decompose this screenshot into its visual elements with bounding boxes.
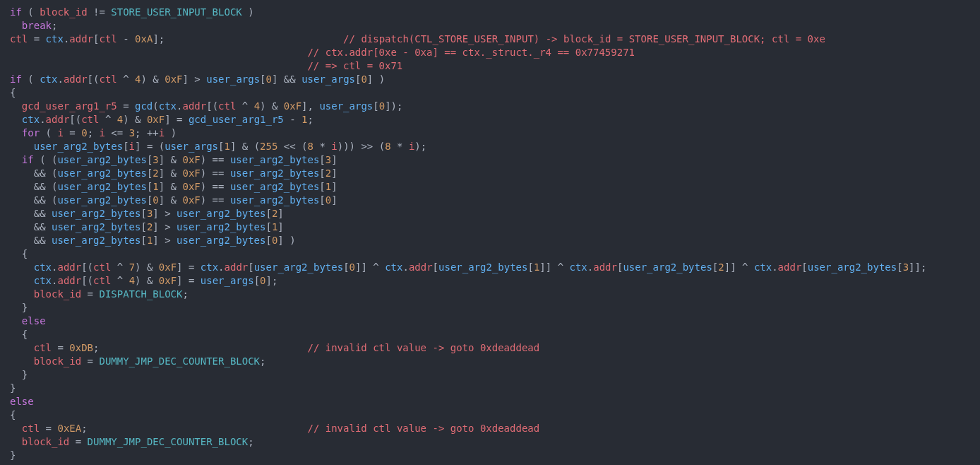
token-op: [(: [69, 114, 81, 125]
token-op: {: [10, 409, 16, 420]
token-op: ] >: [153, 221, 177, 232]
token-num: 4: [129, 275, 135, 286]
token-op: }: [22, 369, 28, 380]
token-op: ^: [99, 114, 116, 125]
code-line: else: [10, 314, 970, 328]
token-num: 4: [254, 100, 260, 112]
token-op: }: [10, 382, 16, 394]
token-id: ctl: [34, 342, 52, 353]
token-op: ],: [301, 100, 319, 112]
token-op: ]: [331, 167, 337, 179]
token-op: ;: [260, 355, 265, 367]
token-op: ): [242, 6, 254, 18]
token-id: addr: [409, 261, 433, 273]
token-op: ) &: [260, 100, 284, 112]
code-line: ctx.addr[(ctl ^ 7) & 0xF] = ctx.addr[use…: [10, 261, 970, 274]
token-op: ]: [277, 221, 283, 232]
token-fn: user_arg2_bytes: [177, 221, 265, 232]
token-num: 0xA: [135, 33, 153, 45]
token-op: ] >: [153, 235, 177, 246]
token-op: =: [52, 342, 69, 353]
code-line: && user_arg2_bytes[3] > user_arg2_bytes[…: [10, 207, 970, 220]
token-id: gcd_user_arg1_r5: [22, 100, 117, 112]
token-op: ] &: [159, 167, 183, 179]
token-op: [: [897, 261, 902, 273]
token-op: !=: [88, 6, 112, 18]
token-fn: ctx: [159, 100, 177, 112]
token-num: 0: [349, 261, 355, 273]
token-kw: for: [22, 127, 40, 139]
token-op: ^: [111, 261, 129, 273]
token-kw: break: [22, 20, 52, 31]
token-fn: user_arg2_bytes: [177, 208, 265, 219]
token-op: ] & (: [230, 141, 260, 152]
token-num: 0: [266, 73, 272, 85]
token-fn: ctx: [40, 73, 57, 85]
token-op: ] ): [277, 235, 295, 246]
code-line: ctl = 0xDB; // invalid ctl value -> goto…: [10, 341, 970, 355]
token-fn: user_args: [165, 141, 218, 152]
token-op: ;: [308, 114, 313, 125]
code-line: block_id = DUMMY_JMP_DEC_COUNTER_BLOCK;: [10, 355, 970, 368]
token-op: .: [218, 261, 224, 273]
code-line: if ( ctx.addr[(ctl ^ 4) & 0xF] > user_ar…: [10, 73, 970, 86]
token-fn: user_args: [319, 100, 373, 112]
token-op: ;: [81, 423, 307, 434]
token-num: 0xF: [159, 261, 177, 273]
token-op: (: [22, 73, 40, 85]
token-op: && (: [34, 167, 58, 179]
token-op: ) ==: [201, 154, 230, 165]
token-op: ];: [153, 33, 165, 45]
token-num: 1: [325, 181, 331, 192]
code-line: ctl = 0xEA; // invalid ctl value -> goto…: [10, 422, 970, 435]
token-num: 7: [129, 261, 135, 273]
token-op: ;: [88, 127, 100, 139]
token-op: ) &: [135, 275, 159, 286]
token-op: =: [28, 33, 45, 45]
token-kw: else: [22, 315, 46, 326]
token-num: 0xDB: [69, 342, 93, 353]
token-op: [: [527, 261, 533, 273]
token-num: 3: [903, 261, 909, 273]
code-line: gcd_user_arg1_r5 = gcd(ctx.addr[(ctl ^ 4…: [10, 100, 970, 113]
token-id: addr: [69, 33, 93, 45]
token-id: ctl: [218, 100, 236, 112]
token-op: =: [117, 100, 135, 112]
token-op: [: [319, 154, 325, 165]
token-fn: user_arg2_bytes: [57, 167, 146, 179]
token-id: i: [57, 127, 63, 139]
token-op: [: [141, 235, 146, 246]
token-fn: user_args: [201, 275, 254, 286]
token-num: 0: [325, 194, 331, 206]
token-cm: // dispatch(CTL_STORE_USER_INPUT) -> blo…: [343, 33, 825, 45]
token-fn: user_arg2_bytes: [438, 261, 527, 273]
token-fn: ctx: [385, 261, 402, 273]
token-num: 0xF: [147, 114, 165, 125]
token-fn: user_arg2_bytes: [52, 221, 141, 232]
token-op: =: [40, 423, 57, 434]
token-op: .: [57, 73, 63, 85]
token-op: ]: [277, 208, 283, 219]
token-fn: gcd_user_arg1_r5: [189, 114, 284, 125]
token-op: ; ++: [135, 127, 159, 139]
token-op: [: [433, 261, 438, 273]
token-num: 255: [260, 141, 277, 152]
code-line: ctx.addr[(ctl ^ 4) & 0xF] = gcd_user_arg…: [10, 113, 970, 126]
token-id: block_id: [34, 355, 81, 367]
token-op: .: [772, 261, 777, 273]
token-id: block_id: [34, 288, 81, 300]
token-fn: ctx: [22, 114, 40, 125]
token-fn: user_arg2_bytes: [230, 154, 319, 165]
token-op: (: [40, 127, 57, 139]
token-num: 2: [153, 167, 158, 179]
token-op: [: [265, 221, 271, 232]
token-op: [10, 60, 307, 71]
token-op: ] &: [159, 194, 183, 206]
token-op: }: [10, 449, 16, 461]
token-cm: // invalid ctl value -> goto 0xdeaddead: [307, 342, 539, 353]
token-op: && (: [34, 181, 58, 192]
token-id: i: [99, 127, 104, 139]
token-op: ) ==: [201, 181, 230, 192]
token-op: =: [64, 127, 81, 139]
token-op: {: [10, 87, 16, 98]
